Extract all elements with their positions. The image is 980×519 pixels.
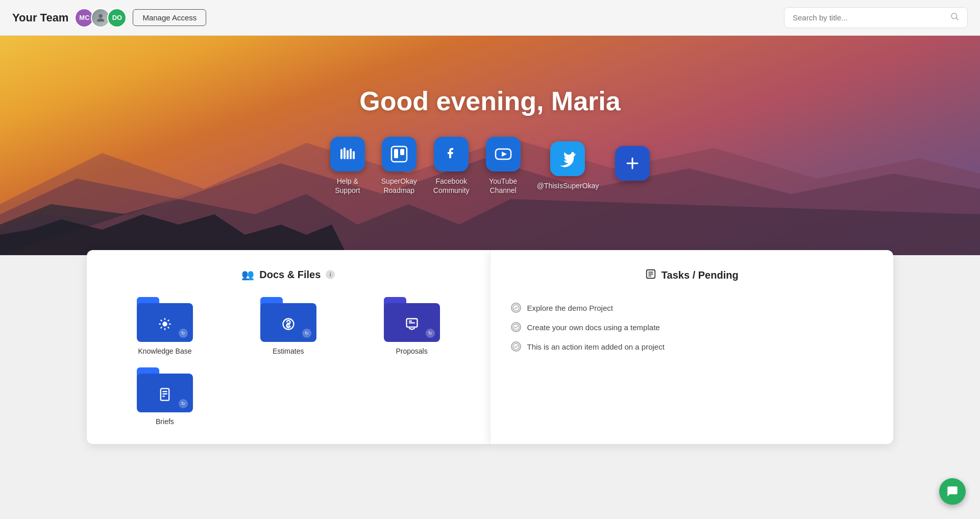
folder-badge: ↻ — [179, 329, 188, 338]
avatars: MC DO — [75, 8, 127, 28]
task-label-2: Create your own docs using a template — [527, 323, 660, 332]
task-check-3 — [511, 341, 521, 352]
roadmap-icon — [382, 137, 416, 171]
quick-link-roadmap[interactable]: SuperOkayRoadmap — [381, 137, 417, 195]
svg-line-26 — [168, 327, 169, 329]
help-support-label: Help &Support — [335, 177, 360, 195]
quick-link-help-support[interactable]: Help &Support — [330, 137, 365, 195]
docs-title-icon: 👥 — [241, 268, 254, 281]
folder-knowledge-base-icon: ↻ — [137, 297, 193, 342]
folder-knowledge-base-label: Knowledge Base — [138, 347, 191, 355]
svg-rect-14 — [394, 149, 398, 158]
task-label-3: This is an action item added on a projec… — [527, 342, 665, 351]
youtube-icon — [486, 137, 521, 171]
folder-briefs-inner — [158, 387, 172, 405]
svg-rect-9 — [344, 147, 346, 159]
folder-knowledge-base-inner — [158, 317, 172, 335]
quick-link-add[interactable] — [615, 146, 650, 186]
header-left: Your Team MC DO Manage Access — [12, 8, 206, 28]
folder-estimates[interactable]: $ ↻ Estimates — [231, 297, 346, 355]
avatar-photo-inner — [92, 9, 109, 27]
folder-estimates-label: Estimates — [273, 347, 304, 355]
quick-link-facebook[interactable]: FacebookCommunity — [433, 137, 470, 195]
svg-line-27 — [161, 327, 162, 329]
youtube-label: YouTubeChannel — [489, 177, 517, 195]
facebook-label: FacebookCommunity — [433, 177, 470, 195]
svg-point-0 — [99, 14, 103, 17]
folder-proposals[interactable]: ↻ Proposals — [354, 297, 470, 355]
task-check-1 — [511, 303, 521, 313]
task-check-2 — [511, 322, 521, 332]
folder-briefs[interactable]: ↻ Briefs — [107, 367, 223, 426]
folder-badge: ↻ — [426, 329, 435, 338]
search-box — [784, 7, 968, 28]
task-item-3: This is an action item added on a projec… — [511, 341, 873, 352]
svg-point-1 — [951, 13, 957, 19]
task-list: Explore the demo Project Create your own… — [511, 299, 873, 352]
avatar-do: DO — [107, 8, 127, 28]
quick-link-youtube[interactable]: YouTubeChannel — [486, 137, 521, 195]
help-support-icon — [330, 137, 365, 171]
add-link-icon — [615, 146, 650, 181]
folder-proposals-inner — [405, 317, 419, 335]
twitter-label: @ThisIsSuperOkay — [537, 181, 599, 190]
svg-line-25 — [161, 320, 162, 322]
folder-proposals-label: Proposals — [396, 347, 427, 355]
task-item-2: Create your own docs using a template — [511, 322, 873, 332]
folder-estimates-inner: $ — [281, 317, 296, 335]
team-label: Your Team — [12, 11, 68, 24]
twitter-icon — [550, 141, 585, 176]
tasks-title-icon — [645, 268, 656, 282]
svg-line-28 — [168, 320, 169, 322]
svg-line-2 — [956, 18, 958, 20]
quick-link-twitter[interactable]: @ThisIsSuperOkay — [537, 141, 599, 190]
hero-section: Good evening, Maria Help &Support — [0, 36, 980, 255]
docs-panel-title: 👥 Docs & Files i — [107, 268, 470, 281]
svg-point-20 — [162, 322, 167, 326]
folder-proposals-icon: ↻ — [384, 297, 440, 342]
folder-knowledge-base[interactable]: ↻ Knowledge Base — [107, 297, 223, 355]
folder-briefs-label: Briefs — [156, 417, 174, 426]
folder-estimates-icon: $ ↻ — [260, 297, 316, 342]
tasks-title-text: Tasks / Pending — [662, 269, 739, 281]
search-icon — [950, 12, 959, 23]
folder-briefs-icon: ↻ — [137, 367, 193, 412]
greeting-text: Good evening, Maria — [330, 86, 650, 116]
quick-links-row: Help &Support SuperOkayRoadmap — [330, 137, 650, 195]
svg-rect-15 — [400, 149, 404, 155]
tasks-panel: Tasks / Pending Explore the demo Project — [490, 250, 894, 444]
svg-marker-17 — [502, 152, 507, 157]
docs-panel: 👥 Docs & Files i — [87, 250, 490, 444]
main-content: 👥 Docs & Files i — [0, 250, 980, 444]
manage-access-button[interactable]: Manage Access — [133, 9, 206, 26]
header: Your Team MC DO Manage Access — [0, 0, 980, 36]
facebook-icon — [434, 137, 469, 171]
task-item-1: Explore the demo Project — [511, 303, 873, 313]
svg-rect-8 — [340, 149, 342, 159]
folder-badge: ↻ — [179, 399, 188, 408]
roadmap-label: SuperOkayRoadmap — [381, 177, 417, 195]
tasks-panel-title: Tasks / Pending — [511, 268, 873, 282]
task-label-1: Explore the demo Project — [527, 304, 613, 312]
svg-rect-13 — [391, 146, 407, 162]
svg-rect-11 — [350, 149, 352, 159]
docs-title-text: Docs & Files — [259, 269, 321, 281]
svg-rect-12 — [353, 151, 355, 159]
docs-info-badge[interactable]: i — [326, 270, 335, 279]
svg-rect-10 — [347, 150, 349, 159]
chat-button[interactable] — [939, 478, 966, 505]
hero-content: Good evening, Maria Help &Support — [330, 86, 650, 205]
folder-grid: ↻ Knowledge Base $ — [107, 297, 470, 426]
folder-badge: ↻ — [302, 329, 311, 338]
search-input[interactable] — [793, 13, 945, 22]
